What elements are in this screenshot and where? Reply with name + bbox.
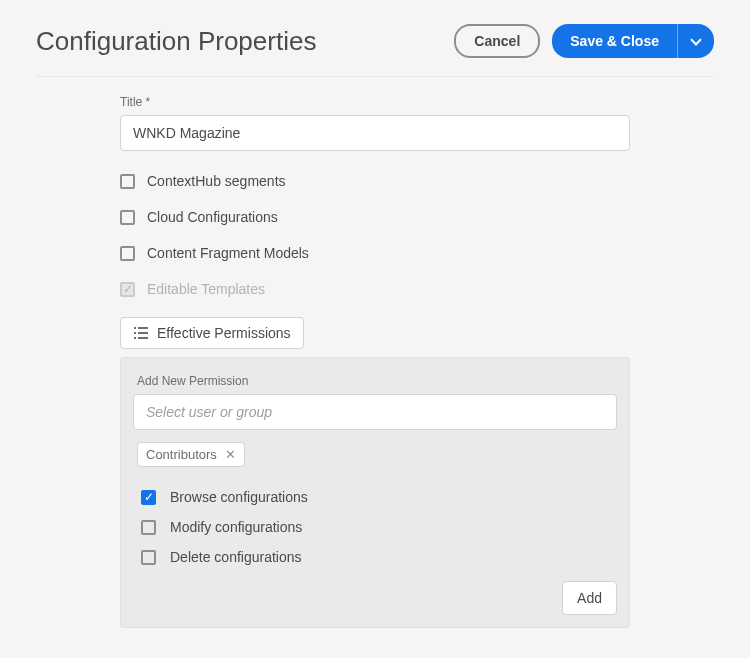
cloud-config-option[interactable]: Cloud Configurations xyxy=(120,209,630,225)
header-actions: Cancel Save & Close xyxy=(454,24,714,58)
contexthub-label: ContextHub segments xyxy=(147,173,286,189)
checkbox-checked-icon: ✓ xyxy=(141,490,156,505)
delete-permission[interactable]: Delete configurations xyxy=(141,549,617,565)
contexthub-option[interactable]: ContextHub segments xyxy=(120,173,630,189)
save-split-button: Save & Close xyxy=(552,24,714,58)
add-permission-label: Add New Permission xyxy=(137,374,617,388)
modify-permission[interactable]: Modify configurations xyxy=(141,519,617,535)
title-input[interactable] xyxy=(120,115,630,151)
list-icon xyxy=(133,325,149,341)
browse-permission[interactable]: ✓ Browse configurations xyxy=(141,489,617,505)
add-button[interactable]: Add xyxy=(562,581,617,615)
effective-permissions-tab[interactable]: Effective Permissions xyxy=(120,317,304,349)
cfm-label: Content Fragment Models xyxy=(147,245,309,261)
config-options: ContextHub segments Cloud Configurations… xyxy=(120,173,630,297)
contributors-tag: Contributors ✕ xyxy=(137,442,245,467)
tag-label: Contributors xyxy=(146,447,217,462)
svg-rect-2 xyxy=(134,332,136,334)
save-more-button[interactable] xyxy=(677,24,714,58)
tab-label: Effective Permissions xyxy=(157,325,291,341)
checkbox-unchecked-icon xyxy=(120,210,135,225)
modify-label: Modify configurations xyxy=(170,519,302,535)
cancel-button[interactable]: Cancel xyxy=(454,24,540,58)
cloud-config-label: Cloud Configurations xyxy=(147,209,278,225)
delete-label: Delete configurations xyxy=(170,549,302,565)
dialog-header: Configuration Properties Cancel Save & C… xyxy=(36,24,714,77)
checkbox-disabled-checked-icon: ✓ xyxy=(120,282,135,297)
permission-checks: ✓ Browse configurations Modify configura… xyxy=(141,489,617,565)
selected-tags: Contributors ✕ xyxy=(137,442,617,467)
page-title: Configuration Properties xyxy=(36,26,316,57)
editable-templates-label: Editable Templates xyxy=(147,281,265,297)
permissions-panel: Add New Permission Contributors ✕ ✓ Brow… xyxy=(120,357,630,628)
svg-rect-3 xyxy=(138,332,148,334)
svg-rect-4 xyxy=(134,337,136,339)
checkbox-unchecked-icon xyxy=(141,550,156,565)
svg-rect-0 xyxy=(134,327,136,329)
editable-templates-option: ✓ Editable Templates xyxy=(120,281,630,297)
cfm-option[interactable]: Content Fragment Models xyxy=(120,245,630,261)
checkbox-unchecked-icon xyxy=(141,520,156,535)
user-group-input[interactable] xyxy=(133,394,617,430)
checkbox-unchecked-icon xyxy=(120,174,135,189)
checkbox-unchecked-icon xyxy=(120,246,135,261)
chevron-down-icon xyxy=(690,34,701,45)
save-close-button[interactable]: Save & Close xyxy=(552,24,677,58)
svg-rect-1 xyxy=(138,327,148,329)
svg-rect-5 xyxy=(138,337,148,339)
browse-label: Browse configurations xyxy=(170,489,308,505)
tag-remove-icon[interactable]: ✕ xyxy=(225,448,236,461)
title-label: Title * xyxy=(120,95,630,109)
form-body: Title * ContextHub segments Cloud Config… xyxy=(120,95,630,628)
